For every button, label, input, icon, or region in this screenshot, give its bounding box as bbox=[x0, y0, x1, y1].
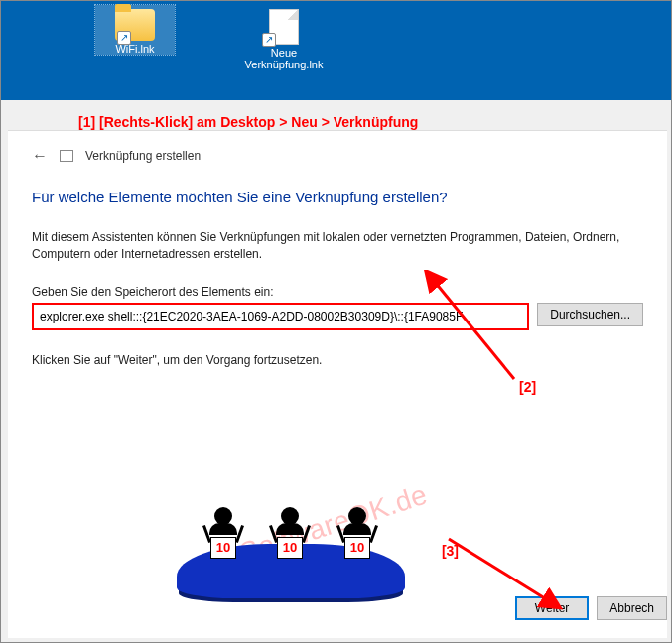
dialog-footer: Weiter Abbrech bbox=[515, 596, 667, 620]
shortcut-arrow-icon: ↗ bbox=[117, 31, 131, 45]
create-shortcut-dialog: ← Verknüpfung erstellen Für welche Eleme… bbox=[8, 130, 667, 638]
cartoon-judges: 10 10 10 bbox=[177, 499, 405, 598]
score-card: 10 bbox=[210, 537, 236, 559]
dialog-intro: Mit diesem Assistenten können Sie Verknü… bbox=[32, 229, 643, 263]
desktop-icon-wifi[interactable]: ↗ WiFi.lnk bbox=[95, 5, 175, 55]
cartoon-judge: 10 bbox=[202, 507, 245, 559]
annotation-step1: [1] [Rechts-Klick] am Desktop > Neu > Ve… bbox=[78, 114, 418, 130]
back-arrow-icon[interactable]: ← bbox=[32, 147, 48, 165]
cartoon-judge: 10 bbox=[336, 507, 379, 559]
annotation-step3: [3] bbox=[442, 543, 459, 559]
dialog-crumb: Verknüpfung erstellen bbox=[85, 149, 201, 163]
desktop-area: ↗ WiFi.lnk ↗ Neue Verknüpfung.lnk bbox=[1, 1, 671, 100]
next-button[interactable]: Weiter bbox=[515, 596, 589, 620]
cancel-button[interactable]: Abbrech bbox=[597, 596, 667, 620]
cartoon-judge: 10 bbox=[268, 507, 312, 559]
location-label: Geben Sie den Speicherort des Elements e… bbox=[32, 285, 643, 299]
svg-line-1 bbox=[449, 539, 548, 600]
browse-button[interactable]: Durchsuchen... bbox=[537, 303, 643, 326]
desktop-icon-label: Neue Verknüpfung.lnk bbox=[244, 47, 324, 70]
continue-hint: Klicken Sie auf "Weiter", um den Vorgang… bbox=[32, 352, 643, 369]
location-input[interactable] bbox=[32, 303, 529, 330]
annotation-step2: [2] bbox=[519, 379, 536, 395]
score-card: 10 bbox=[344, 537, 370, 559]
score-card: 10 bbox=[277, 537, 303, 559]
desktop-icon-new-shortcut[interactable]: ↗ Neue Verknüpfung.lnk bbox=[244, 5, 324, 70]
page-icon bbox=[60, 150, 73, 162]
desktop-icon-label: WiFi.lnk bbox=[95, 43, 175, 55]
dialog-header: ← Verknüpfung erstellen bbox=[32, 147, 643, 165]
shortcut-arrow-icon: ↗ bbox=[262, 33, 276, 47]
dialog-title: Für welche Elemente möchten Sie eine Ver… bbox=[32, 189, 643, 205]
